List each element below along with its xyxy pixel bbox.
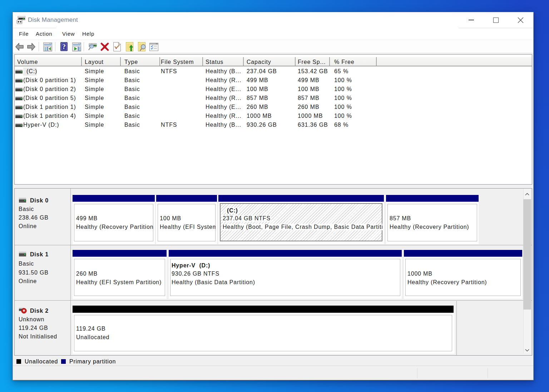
svg-text:?: ? (62, 43, 66, 50)
